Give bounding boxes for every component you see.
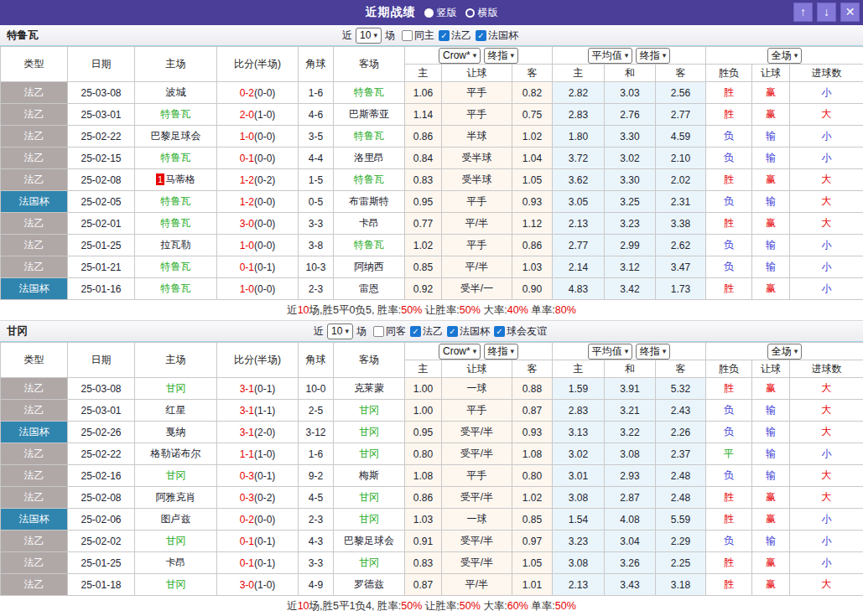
corner-count: 9-2 <box>299 465 334 487</box>
match-type: 法国杯 <box>1 278 68 300</box>
filter-checkbox-item[interactable]: 同主 <box>402 28 434 43</box>
chevron-down-icon: ▾ <box>511 49 515 62</box>
home-team: 特鲁瓦 <box>135 213 217 235</box>
filter-checkbox-item[interactable]: ✓球会友谊 <box>494 324 547 339</box>
odds-provider-select[interactable]: Crow*▾ <box>439 48 481 64</box>
match-date: 25-02-26 <box>68 422 135 443</box>
corner-count: 1-6 <box>299 82 334 104</box>
avg-home-odds: 3.02 <box>553 443 605 465</box>
team-section-guingamp: 甘冈 近 10▾ 场 同客✓法乙✓法国杯✓球会友谊 类型 日期 主场 比分(半场… <box>0 321 863 616</box>
away-team: 甘冈 <box>334 509 405 531</box>
average-time-select[interactable]: 终指▾ <box>636 344 671 360</box>
filter-checkbox-item[interactable]: ✓法乙 <box>410 324 443 339</box>
team-filter-bar: 特鲁瓦 近 10▾ 场 同主✓法乙✓法国杯 <box>0 25 863 46</box>
crow-away-odds: 0.93 <box>512 191 553 213</box>
avg-home-odds: 3.08 <box>553 552 605 574</box>
crow-away-odds: 0.93 <box>512 422 553 443</box>
col-crow-home: 主 <box>405 360 442 378</box>
match-table: 类型 日期 主场 比分(半场) 角球 客场 Crow*▾ 终指▾ 平均值▾ 终指… <box>0 46 863 300</box>
match-score: 0-1(0-1) <box>217 552 299 574</box>
avg-draw-odds: 3.30 <box>605 126 656 148</box>
odds-provider-select[interactable]: Crow*▾ <box>439 344 481 360</box>
goals-outcome: 小 <box>790 82 863 104</box>
odds-time-select[interactable]: 终指▾ <box>484 344 519 360</box>
crow-handicap: 受半球 <box>442 148 512 169</box>
match-count-select[interactable]: 10▾ <box>327 324 353 339</box>
match-count-select[interactable]: 10▾ <box>356 28 382 44</box>
team-name: 甘冈 <box>7 321 28 341</box>
home-team: 阿雅克肖 <box>135 487 217 509</box>
match-type: 法乙 <box>1 574 68 596</box>
col-avg-away: 客 <box>656 360 706 378</box>
home-team: 红星 <box>135 400 217 422</box>
match-type: 法乙 <box>1 256 68 278</box>
winloss-outcome: 负 <box>706 531 752 552</box>
match-score: 0-3(0-1) <box>217 465 299 487</box>
filter-checkbox-item[interactable]: ✓法国杯 <box>476 28 518 43</box>
home-team: 卡昂 <box>135 552 217 574</box>
odds-group-crow: Crow*▾ 终指▾ <box>405 343 553 360</box>
average-select[interactable]: 平均值▾ <box>588 48 633 64</box>
filter-checkbox-item[interactable]: ✓法国杯 <box>447 324 490 339</box>
crow-home-odds: 0.86 <box>405 487 442 509</box>
col-type: 类型 <box>1 343 68 378</box>
crow-home-odds: 1.02 <box>405 235 442 256</box>
checkbox-icon[interactable]: ✓ <box>439 30 450 41</box>
match-date: 25-02-22 <box>68 443 135 465</box>
corner-count: 3-3 <box>299 213 334 235</box>
crow-home-odds: 1.06 <box>405 82 442 104</box>
radio-unselected-icon[interactable] <box>465 8 475 18</box>
handicap-outcome: 输 <box>752 256 790 278</box>
avg-away-odds: 5.59 <box>656 509 706 531</box>
col-avg-draw: 和 <box>605 65 656 82</box>
crow-home-odds: 0.87 <box>405 574 442 596</box>
avg-away-odds: 2.43 <box>656 400 706 422</box>
crow-handicap: 平手 <box>442 82 512 104</box>
move-down-button[interactable]: ↓ <box>817 3 836 22</box>
match-score: 1-2(0-0) <box>217 191 299 213</box>
crow-handicap: 受平/半 <box>442 487 512 509</box>
crow-home-odds: 0.95 <box>405 422 442 443</box>
move-up-button[interactable]: ↑ <box>793 3 813 22</box>
average-time-select[interactable]: 终指▾ <box>636 48 671 64</box>
crow-away-odds: 1.08 <box>512 443 553 465</box>
radio-selected-icon[interactable] <box>424 8 434 18</box>
filter-checkbox-item[interactable]: ✓法乙 <box>439 28 471 43</box>
filter-controls: 近 10▾ 场 同客✓法乙✓法国杯✓球会友谊 <box>314 324 549 339</box>
checkbox-icon[interactable]: ✓ <box>476 30 486 41</box>
handicap-outcome: 输 <box>752 126 790 148</box>
summary-segment: 50% <box>401 600 422 612</box>
summary-segment: 单率: <box>528 304 555 316</box>
col-home: 主场 <box>135 47 217 82</box>
filter-checkbox-item[interactable]: 同客 <box>373 324 406 339</box>
match-row: 法国杯25-02-06图卢兹0-2(0-0)2-3甘冈1.03一球0.851.5… <box>1 509 863 531</box>
winloss-outcome: 胜 <box>706 487 752 509</box>
handicap-outcome: 输 <box>752 422 790 443</box>
close-button[interactable]: ✕ <box>840 3 860 22</box>
period-select[interactable]: 全场▾ <box>767 344 803 360</box>
period-select[interactable]: 全场▾ <box>767 48 803 64</box>
layout-radio-horizontal[interactable]: 横版 <box>465 6 498 20</box>
away-team: 巴黎足球会 <box>334 531 405 552</box>
average-select[interactable]: 平均值▾ <box>588 344 633 360</box>
avg-draw-odds: 2.76 <box>605 104 656 126</box>
layout-radio-vertical[interactable]: 竖版 <box>424 6 457 20</box>
checkbox-icon[interactable] <box>402 30 413 41</box>
checkbox-icon[interactable]: ✓ <box>447 326 458 337</box>
away-team: 特鲁瓦 <box>334 126 405 148</box>
odds-time-select[interactable]: 终指▾ <box>484 48 519 64</box>
away-team: 甘冈 <box>334 400 405 422</box>
avg-draw-odds: 2.99 <box>605 235 656 256</box>
match-row: 法乙25-02-02甘冈0-1(0-1)4-3巴黎足球会0.91受平/半0.97… <box>1 531 863 552</box>
corner-count: 4-5 <box>299 487 334 509</box>
summary-segment: 近 <box>287 304 298 316</box>
summary-segment: 40% <box>507 304 528 316</box>
checkbox-icon[interactable] <box>373 326 384 337</box>
checkbox-icon[interactable]: ✓ <box>494 326 505 337</box>
checkbox-icon[interactable]: ✓ <box>410 326 421 337</box>
handicap-outcome: 赢 <box>752 82 790 104</box>
corner-count: 10-0 <box>299 378 334 400</box>
goals-outcome: 小 <box>790 531 863 552</box>
match-score: 0-1(0-0) <box>217 148 299 169</box>
avg-draw-odds: 3.30 <box>605 169 656 191</box>
